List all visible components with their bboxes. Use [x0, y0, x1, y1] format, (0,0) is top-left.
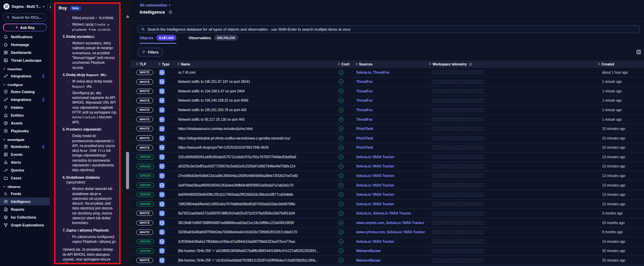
sidebar-item-assets[interactable]: Assets	[0, 119, 50, 127]
sidebar-item-integrations[interactable]: Integrations	[0, 95, 50, 103]
sidebar-item-playbooks[interactable]: Playbooks	[0, 127, 50, 135]
source-link[interactable]: www.seqrite.com, Sekoia.io YARA Tracker	[356, 221, 424, 225]
column-header-conf[interactable]: ⠿Conf.	[338, 60, 350, 68]
sidebar-section-favorites[interactable]: Favorites	[0, 64, 50, 72]
object-name[interactable]: https://shabanpourco.com/wp-includes/js/…	[178, 127, 252, 131]
sidebar-collapse-button[interactable]	[47, 4, 53, 10]
drag-handle-icon[interactable]: ⠿	[356, 62, 357, 66]
object-name[interactable]: 3326ba81b48ab03f7f49d2da70d3bbe4ea0e163d…	[178, 230, 297, 234]
source-link[interactable]: PhishTank	[356, 146, 373, 149]
sidebar-item-notebooks[interactable]: Notebooks	[0, 143, 50, 150]
roy-scrollbar-thumb[interactable]	[126, 152, 129, 189]
sidebar-item-ioc-collections[interactable]: Ioc Collections	[0, 213, 50, 221]
table-row[interactable]: WHITE38136d87e9687398f906687ea9886feead2…	[131, 218, 644, 228]
object-name[interactable]: Network traffic to 196.251.87.197 on por…	[178, 80, 250, 84]
table-row[interactable]: WHITE9a76011aa0de6372a358787df862624a825…	[131, 209, 644, 218]
ask-roy-button[interactable]: ✦ Ask Roy	[3, 24, 47, 31]
object-name[interactable]: 232cd945669391a40fc650ab3575711c0a9c975e…	[178, 155, 296, 159]
table-row[interactable]: GREEN2a4f7bde03baaf5f09195941263a4ee3fdf…	[131, 181, 644, 190]
sidebar-item-homepage[interactable]: Homepage	[0, 41, 50, 48]
source-link[interactable]: Sekoia.io, ThreatFox	[356, 71, 390, 74]
source-link[interactable]: Sekoia.io YARA Tracker	[356, 183, 394, 187]
object-name[interactable]: https://wavysoft.shop/cpn/?id=1252518101…	[178, 146, 269, 149]
table-row[interactable]: GREEN[file:hashes.'SHA-256' = 'a62380819…	[131, 247, 644, 256]
intelligence-search-input[interactable]: Search the Intelligence database for all…	[138, 25, 640, 33]
table-row[interactable]: WHITE3326ba81b48ab03f7f49d2da70d3bbe4ea0…	[131, 228, 644, 237]
drag-handle-icon[interactable]: ⠿	[338, 62, 340, 66]
sidebar-section-configure[interactable]: Configure	[0, 80, 50, 88]
table-row[interactable]: GREEN2cf03b9eb39a6a17f83dbbce249acd7a284…	[131, 237, 644, 247]
sidebar-item-graph-explorations[interactable]: Graph Explorations	[0, 221, 50, 229]
column-header-tlp[interactable]: ⠿TLP	[136, 60, 146, 68]
column-header-type[interactable]: ⠿Type	[158, 60, 170, 68]
object-name[interactable]: da5f49480920b4b00f6c2f2cb117660eda29f136…	[178, 193, 293, 196]
object-name[interactable]: xx.7.4t.com	[178, 71, 195, 74]
table-row[interactable]: GREEN232cd945669391a40fc650ab3575711c0a9…	[131, 152, 644, 162]
table-row[interactable]: WHITExx.7.4t.com1Sekoia.io, ThreatFoxabo…	[131, 68, 644, 77]
source-link[interactable]: MalwareBazaar	[356, 258, 381, 262]
search-iocs-input[interactable]: Search for IOCs...	[3, 13, 47, 21]
sidebar-item-rules-catalog[interactable]: Rules Catalog	[0, 88, 50, 95]
sidebar-item-cases[interactable]: Cases	[0, 174, 50, 182]
table-row[interactable]: WHITEhttps://allegrolokalnie.pl-oferta-s…	[131, 134, 644, 143]
source-link[interactable]: Sekoia.io YARA Tracker	[356, 240, 394, 243]
table-row[interactable]: GREENa532f3e3ec5e8f1ac0d37725907bc5a6d1e…	[131, 162, 644, 172]
table-row[interactable]: WHITE[file:hashes.'SHA-256' = 'c5c91e5ae…	[131, 256, 644, 265]
object-name[interactable]: 38136d87e9687398f906687ea9886feead2da21e…	[178, 221, 294, 225]
sidebar-item-entities[interactable]: Entities	[0, 111, 50, 119]
table-row[interactable]: WHITENetwork traffic to 195.201.250.78 o…	[131, 105, 644, 115]
tab-objects[interactable]: Objects9,187,420	[140, 35, 176, 44]
source-link[interactable]: Sekoia.io YARA Tracker	[356, 174, 394, 178]
workspace-switcher[interactable]: D Dagma - Multi T... ▾	[0, 0, 50, 12]
drag-handle-icon[interactable]: ⠿	[158, 62, 160, 66]
source-link[interactable]: ThreatFox	[356, 118, 373, 121]
scroll-up-arrow[interactable]	[126, 15, 129, 18]
column-settings-icon[interactable]	[636, 49, 642, 55]
sidebar-item-dashboards[interactable]: Dashboards	[0, 48, 50, 56]
object-name[interactable]: Network traffic to 95.217.25.130 on port…	[178, 118, 245, 121]
sidebar-item-notifications[interactable]: Notifications	[0, 33, 50, 41]
info-icon[interactable]	[469, 62, 472, 66]
column-header-created[interactable]: ⠿Created	[598, 60, 614, 68]
column-header-name[interactable]: ⠿Name	[177, 60, 190, 68]
object-name[interactable]: https://allegrolokalnie.pl-oferta-szafka…	[178, 136, 290, 140]
source-link[interactable]: ThreatFox	[356, 99, 373, 102]
sidebar-item-alerts[interactable]: Alerts	[0, 158, 50, 166]
object-name[interactable]: [file:hashes.'SHA-256' = 'c5c91e5aeb8ab0…	[178, 258, 318, 262]
source-link[interactable]: ThreatFox	[356, 89, 373, 93]
table-row[interactable]: WHITENetwork traffic to 104.168.5.47 on …	[131, 87, 644, 96]
sidebar-section-investigate[interactable]: Investigate	[0, 135, 50, 143]
object-name[interactable]: [file:hashes.'SHA-256' = 'a62380819058fa…	[178, 249, 319, 253]
object-name[interactable]: a532f3e3ec5e8f1ac0d37725907bc5a6d1e5c315…	[178, 164, 295, 168]
sidebar-item-feeds[interactable]: Feeds	[0, 190, 50, 197]
table-row[interactable]: WHITEhttps://shabanpourco.com/wp-include…	[131, 124, 644, 134]
drag-handle-icon[interactable]: ⠿	[177, 62, 179, 66]
sidebar-section-observe[interactable]: Observe	[0, 182, 50, 190]
column-header-sources[interactable]: ⠿Sources	[356, 60, 373, 68]
source-link[interactable]: Sekoia.io YARA Tracker	[356, 202, 394, 206]
drag-handle-icon[interactable]: ⠿	[598, 62, 600, 66]
table-row[interactable]: WHITENetwork traffic to 196.251.87.197 o…	[131, 77, 644, 87]
sidebar-item-reports[interactable]: Reports	[0, 205, 50, 213]
source-link[interactable]: Sekoia.io, Sekoia.io YARA Tracker	[356, 211, 411, 215]
table-row[interactable]: WHITENetwork traffic to 156.240.108.32 o…	[131, 96, 644, 106]
sidebar-item-intelligence[interactable]: Intelligence	[0, 197, 50, 205]
sidebar-item-integrations[interactable]: Integrations	[0, 72, 50, 80]
object-name[interactable]: 37ee066d18e93db613a1a08c3560e6ac2606644b…	[178, 174, 298, 178]
source-link[interactable]: Sekoia.io YARA Tracker	[356, 193, 394, 196]
table-row[interactable]: GREEN7df629804ab6f6e4d1c5891d4a7970dd6dd…	[131, 200, 644, 209]
column-header-workspace-telemetry[interactable]: ⠿Workspace telemetry	[429, 60, 472, 68]
sidebar-item-queries[interactable]: Queries	[0, 166, 50, 174]
source-link[interactable]: MalwareBazaar	[356, 249, 381, 253]
object-name[interactable]: Network traffic to 104.168.5.47 on port …	[178, 89, 245, 93]
table-row[interactable]: WHITEhttps://wavysoft.shop/cpn/?id=12525…	[131, 143, 644, 153]
source-link[interactable]: www.cyfirma.com, Sekoia.io YARA Tracker	[356, 230, 425, 234]
object-name[interactable]: 2cf03b9eb39a6a17f83dbbce249acd7a284dc53a…	[178, 240, 295, 243]
object-name[interactable]: 9a76011aa0de6372a358787df862624a825c873c…	[178, 211, 295, 215]
tab-observables[interactable]: Observables328,701,219	[189, 35, 238, 44]
favorite-star-icon[interactable]	[168, 10, 173, 14]
source-link[interactable]: Sekoia.io YARA Tracker	[356, 164, 394, 168]
source-link[interactable]: PhishTank	[356, 136, 373, 140]
sidebar-item-events[interactable]: Events	[0, 150, 50, 158]
table-row[interactable]: GREENda5f49480920b4b00f6c2f2cb117660eda2…	[131, 190, 644, 200]
